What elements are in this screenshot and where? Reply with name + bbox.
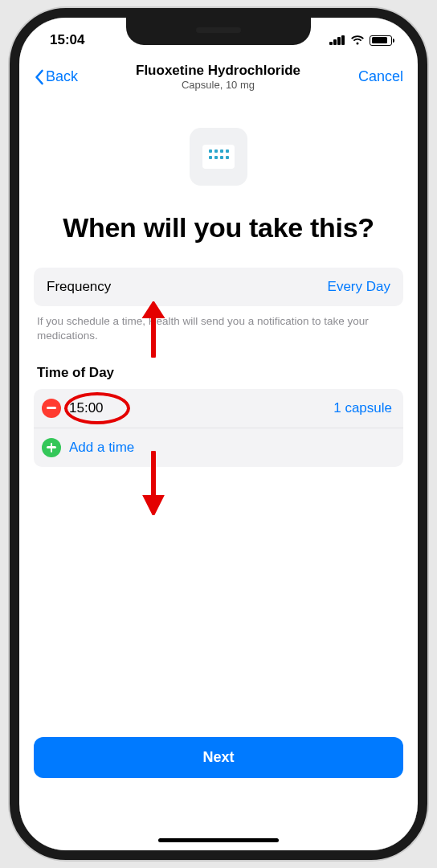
frequency-row[interactable]: Frequency Every Day	[34, 268, 403, 306]
cellular-signal-icon	[329, 35, 345, 45]
time-section-label: Time of Day	[34, 365, 403, 381]
next-button[interactable]: Next	[34, 737, 403, 778]
page-heading: When will you take this?	[34, 211, 403, 244]
status-time: 15:04	[50, 32, 84, 48]
time-list: 15:00 1 capsule Add a time	[34, 389, 403, 467]
time-value[interactable]: 15:00	[69, 400, 104, 416]
phone-frame: 15:04 Back Fluoxetine Hydrochloride Caps…	[10, 8, 427, 860]
time-row[interactable]: 15:00 1 capsule	[34, 389, 403, 428]
hint-text: If you schedule a time, Health will send…	[34, 314, 403, 343]
nav-bar: Back Fluoxetine Hydrochloride Capsule, 1…	[19, 58, 418, 99]
wifi-icon	[350, 35, 365, 46]
add-time-row[interactable]: Add a time	[34, 428, 403, 467]
chevron-left-icon	[34, 69, 44, 85]
back-button[interactable]: Back	[34, 68, 78, 85]
frequency-label: Frequency	[47, 279, 111, 295]
volume-up-button	[10, 203, 11, 254]
remove-time-button[interactable]	[42, 399, 61, 418]
home-indicator[interactable]	[158, 838, 279, 842]
cancel-button[interactable]: Cancel	[358, 68, 403, 85]
nav-subtitle: Capsule, 10 mg	[78, 79, 358, 91]
back-label: Back	[46, 68, 78, 85]
notch	[126, 18, 311, 45]
add-time-label: Add a time	[69, 440, 134, 456]
mute-switch	[10, 146, 11, 175]
frequency-value: Every Day	[328, 279, 390, 295]
dose-value[interactable]: 1 capsule	[333, 400, 392, 416]
add-time-button[interactable]	[42, 438, 61, 457]
volume-down-button	[10, 267, 11, 318]
power-button	[426, 219, 427, 294]
nav-title: Fluoxetine Hydrochloride	[78, 63, 358, 79]
battery-icon	[370, 35, 392, 46]
medication-icon	[190, 128, 247, 186]
